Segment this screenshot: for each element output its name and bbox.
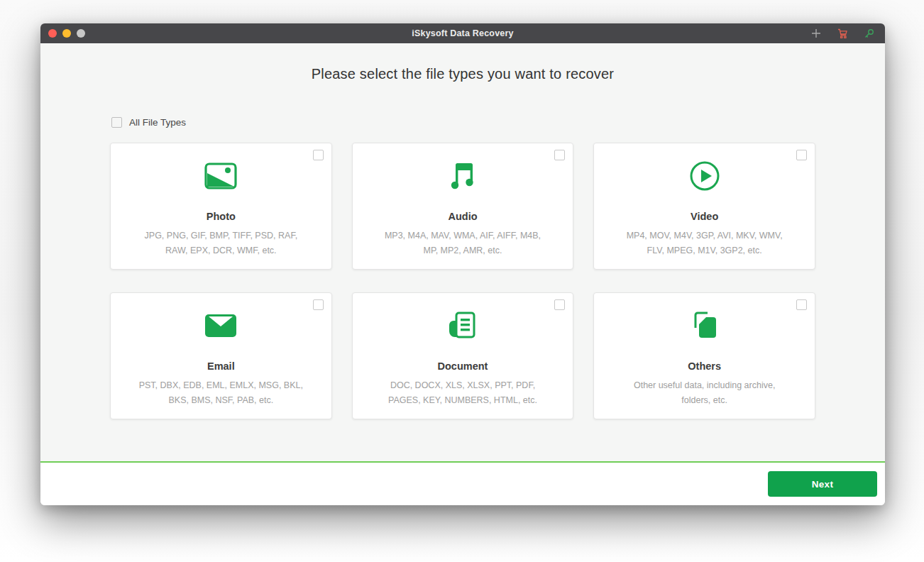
email-checkbox[interactable]	[313, 299, 324, 310]
page-title: Please select the file types you want to…	[40, 66, 885, 82]
plus-icon[interactable]	[810, 27, 823, 40]
card-desc: PST, DBX, EDB, EML, EMLX, MSG, BKL, BKS,…	[111, 378, 331, 408]
others-checkbox[interactable]	[796, 299, 807, 310]
card-title: Email	[111, 360, 331, 372]
all-file-types-row[interactable]: All File Types	[111, 117, 885, 128]
video-icon	[594, 160, 815, 192]
footer-bar: Next	[40, 461, 885, 505]
all-file-types-label: All File Types	[129, 117, 186, 128]
card-desc: MP3, M4A, MAV, WMA, AIF, AIFF, M4B, MP, …	[353, 228, 573, 258]
all-file-types-checkbox[interactable]	[111, 117, 122, 128]
next-button[interactable]: Next	[768, 471, 877, 497]
email-icon	[111, 310, 331, 341]
app-window: iSkysoft Data Recovery	[40, 23, 885, 505]
photo-checkbox[interactable]	[313, 150, 324, 160]
photo-icon	[111, 160, 331, 192]
card-others[interactable]: Others Other useful data, including arch…	[593, 292, 815, 419]
card-document[interactable]: Document DOC, DOCX, XLS, XLSX, PPT, PDF,…	[352, 292, 574, 419]
zoom-window-icon	[77, 29, 85, 38]
title-bar: iSkysoft Data Recovery	[40, 23, 885, 43]
card-video[interactable]: Video MP4, MOV, M4V, 3GP, AVI, MKV, WMV,…	[593, 143, 815, 270]
document-icon	[353, 310, 573, 341]
close-window-icon[interactable]	[48, 29, 57, 38]
card-title: Document	[353, 360, 573, 372]
card-title: Photo	[111, 211, 331, 222]
minimize-window-icon[interactable]	[62, 29, 71, 38]
others-icon	[594, 310, 815, 341]
key-icon[interactable]	[862, 27, 875, 40]
audio-icon	[353, 160, 573, 192]
traffic-lights	[48, 29, 85, 38]
card-desc: DOC, DOCX, XLS, XLSX, PPT, PDF, PAGES, K…	[353, 378, 573, 408]
card-desc: MP4, MOV, M4V, 3GP, AVI, MKV, WMV, FLV, …	[594, 228, 815, 258]
audio-checkbox[interactable]	[554, 150, 565, 160]
video-checkbox[interactable]	[796, 150, 807, 160]
card-desc: Other useful data, including archive, fo…	[594, 378, 815, 408]
titlebar-actions	[810, 23, 875, 43]
card-title: Video	[594, 211, 815, 222]
card-title: Others	[594, 360, 815, 372]
card-photo[interactable]: Photo JPG, PNG, GIF, BMP, TIFF, PSD, RAF…	[110, 143, 332, 270]
file-type-grid: Photo JPG, PNG, GIF, BMP, TIFF, PSD, RAF…	[110, 143, 815, 419]
main-content: Please select the file types you want to…	[40, 43, 885, 461]
card-email[interactable]: Email PST, DBX, EDB, EML, EMLX, MSG, BKL…	[110, 292, 332, 419]
card-desc: JPG, PNG, GIF, BMP, TIFF, PSD, RAF, RAW,…	[111, 228, 331, 258]
window-title: iSkysoft Data Recovery	[40, 28, 885, 38]
document-checkbox[interactable]	[554, 299, 565, 310]
cart-icon[interactable]	[836, 27, 849, 40]
card-title: Audio	[353, 211, 573, 222]
card-audio[interactable]: Audio MP3, M4A, MAV, WMA, AIF, AIFF, M4B…	[352, 143, 574, 270]
